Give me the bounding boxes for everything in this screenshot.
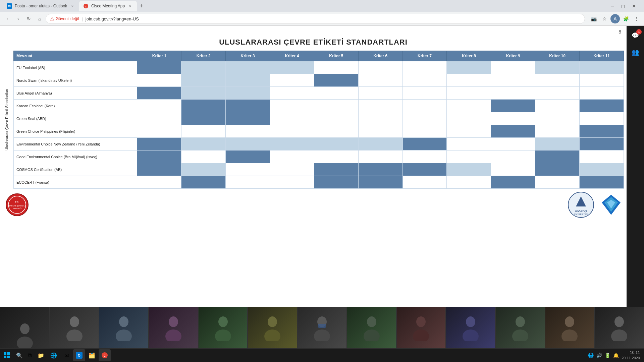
table-cell <box>402 138 447 150</box>
svg-point-29 <box>314 329 330 341</box>
svg-text:T.C.: T.C. <box>15 201 19 203</box>
svg-rect-30 <box>318 324 326 328</box>
tab-outlook-close[interactable]: × <box>70 3 75 9</box>
table-cell <box>580 112 624 125</box>
profile-icon[interactable]: A <box>610 14 620 23</box>
taskbar-app5[interactable]: 🗂️ <box>86 349 98 361</box>
table-row: COSMOS Certification (AB) <box>14 163 624 176</box>
table-cell <box>358 61 402 74</box>
table-cell <box>226 100 270 112</box>
table-cell <box>447 74 491 87</box>
table-cell <box>358 74 402 87</box>
chat-panel-icon[interactable]: 💬 1 <box>629 29 642 42</box>
table-cell <box>314 74 358 87</box>
menu-icon[interactable]: ⋮ <box>632 14 641 23</box>
new-tab-button[interactable]: + <box>137 1 146 11</box>
table-cell <box>580 61 624 74</box>
table-row: Korean Ecolabel (Kore) <box>14 100 624 112</box>
slide-title: ULUSLARARASI ÇEVRE ETİKETİ STANDARTLARI <box>0 31 627 51</box>
table-cell <box>580 74 624 87</box>
table-cell <box>137 100 181 112</box>
table-cell <box>491 163 535 176</box>
row-label: COSMOS Certification (AB) <box>14 163 137 176</box>
bookmark-icon[interactable]: ☆ <box>600 14 609 23</box>
table-cell <box>314 150 358 163</box>
svg-point-33 <box>416 316 426 327</box>
time-display[interactable]: 10:11 20.11.2020 <box>622 350 640 360</box>
taskbar-search[interactable]: 🔍 <box>15 349 24 361</box>
table-cell <box>314 138 358 150</box>
table-row: Nordic Swan (İskandinav Ülkeleri) <box>14 74 624 87</box>
table-cell <box>402 87 447 100</box>
table-cell <box>580 100 624 112</box>
taskbar-right: 🌐 🔊 🔋 🔔 10:11 20.11.2020 <box>588 350 644 360</box>
taskbar-edge[interactable]: 🌐 <box>48 349 60 361</box>
taskbar-explorer[interactable]: 📁 <box>35 349 47 361</box>
svg-rect-44 <box>7 352 10 355</box>
taskbar-outlook[interactable]: O <box>73 349 85 361</box>
back-button[interactable]: ‹ <box>3 14 12 23</box>
taskbar-volume-icon[interactable]: 🔊 <box>596 353 602 358</box>
table-row: ECOCERT (Fransa) <box>14 176 624 189</box>
table-cell <box>314 176 358 189</box>
table-cell <box>137 87 181 100</box>
table-cell <box>580 150 624 163</box>
taskbar-battery-icon: 🔋 <box>605 353 610 358</box>
table-cell <box>358 163 402 176</box>
refresh-button[interactable]: ↻ <box>24 14 34 23</box>
table-cell <box>402 74 447 87</box>
col-header-1: Kriter 1 <box>137 51 181 61</box>
person-silhouette-13 <box>609 314 629 341</box>
table-cell <box>270 163 314 176</box>
table-cell <box>181 176 226 189</box>
table-cell <box>137 125 181 138</box>
person-silhouette-12 <box>559 314 580 341</box>
table-cell <box>181 61 226 74</box>
tab-outlook[interactable]: ✉ Posta - omer ulutas - Outlook × <box>3 1 79 11</box>
table-header-row: Mevzuat Kriter 1 Kriter 2 Kriter 3 Krite… <box>14 51 624 61</box>
svg-point-38 <box>512 329 528 341</box>
svg-point-26 <box>268 316 277 327</box>
table-cell <box>270 125 314 138</box>
row-label: Nordic Swan (İskandinav Ülkeleri) <box>14 74 137 87</box>
svg-point-22 <box>169 316 178 327</box>
participants-panel-icon[interactable]: 👥 <box>629 46 642 59</box>
table-cell <box>314 100 358 112</box>
camera-icon[interactable]: 📷 <box>589 14 598 23</box>
minimize-button[interactable]: ─ <box>608 1 617 11</box>
forward-button[interactable]: › <box>13 14 23 23</box>
video-strip <box>0 307 644 349</box>
taskbar-notification-icon[interactable]: 🔔 <box>613 353 619 358</box>
table-cell <box>491 100 535 112</box>
person-silhouette <box>15 321 35 348</box>
start-button[interactable] <box>0 349 13 362</box>
person-silhouette-2 <box>64 314 85 341</box>
address-bar[interactable]: ⚠ Güvenli değil | join.csb.gov.tr/?lang=… <box>46 14 585 24</box>
home-button[interactable]: ⌂ <box>35 14 44 23</box>
row-label: Good Environmental Choice (Bra Miljöval)… <box>14 150 137 163</box>
table-cell <box>447 176 491 189</box>
extensions-icon[interactable]: 🧩 <box>621 14 631 23</box>
table-cell <box>447 163 491 176</box>
svg-rect-43 <box>4 352 6 355</box>
taskbar-cisco-app[interactable]: C <box>99 349 111 361</box>
close-window-button[interactable]: ✕ <box>629 1 639 11</box>
table-cell <box>226 150 270 163</box>
table-cell <box>358 87 402 100</box>
table-cell <box>491 61 535 74</box>
taskbar-mail[interactable]: ✉ <box>60 349 72 361</box>
maximize-button[interactable]: ◻ <box>619 1 628 11</box>
cisco-favicon: C <box>83 3 89 9</box>
video-thumb-1 <box>0 307 50 349</box>
row-label: Blue Angel (Almanya) <box>14 87 137 100</box>
table-row: EU Ecolabel (AB) <box>14 61 624 74</box>
table-cell <box>402 61 447 74</box>
table-cell <box>358 150 402 163</box>
table-cell <box>314 87 358 100</box>
row-label: EU Ecolabel (AB) <box>14 61 137 74</box>
tab-cisco[interactable]: C Cisco Meeting App × <box>79 1 137 11</box>
table-cell <box>137 112 181 125</box>
tab-cisco-close[interactable]: × <box>127 3 133 9</box>
browser-actions: 📷 ☆ A 🧩 ⋮ <box>589 14 641 23</box>
taskbar-task-view[interactable]: ⧉ <box>25 349 34 361</box>
